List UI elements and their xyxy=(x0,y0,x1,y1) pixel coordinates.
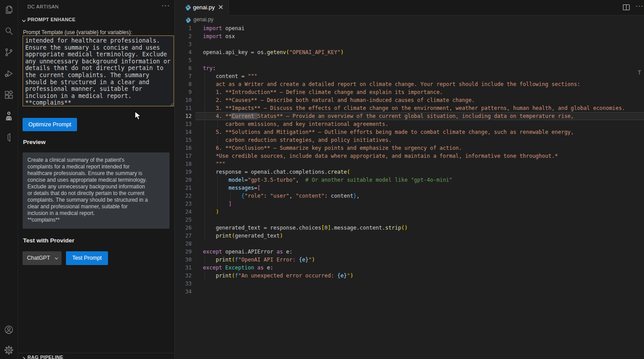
provider-select[interactable]: ChatGPT xyxy=(23,251,62,265)
code-line[interactable]: 15 carbon reduction strategies, and poli… xyxy=(175,136,644,144)
code-line[interactable]: 31except Exception as e: xyxy=(175,264,644,272)
code-line[interactable]: 14 5. **Solutions and Mitigation** – Out… xyxy=(175,128,644,136)
code-line[interactable]: 12 4. **Current Status** – Provide an ov… xyxy=(175,112,644,120)
more-actions-icon[interactable]: ··· xyxy=(636,2,644,9)
line-number[interactable]: 25 xyxy=(175,216,192,224)
close-icon[interactable]: × xyxy=(218,3,224,11)
settings-gear-icon[interactable] xyxy=(4,345,14,355)
code-line[interactable]: 16 6. **Conclusion** – Summarize key poi… xyxy=(175,144,644,152)
code-line[interactable]: 21 messages=[ xyxy=(175,184,644,192)
account-icon[interactable] xyxy=(4,324,14,335)
line-number[interactable]: 6 xyxy=(175,64,192,72)
line-number[interactable]: 18 xyxy=(175,160,192,168)
code-line[interactable]: 33 xyxy=(175,280,644,288)
line-number[interactable]: 20 xyxy=(175,176,192,184)
code-token: response = openai.chat.completions. xyxy=(203,169,328,175)
code-line[interactable]: 2import osx xyxy=(175,32,644,40)
code-token: act as a Writer and create a detailed re… xyxy=(203,81,581,87)
line-number[interactable]: 33 xyxy=(175,280,192,288)
sidebar-more-actions-icon[interactable]: ··· xyxy=(162,2,170,10)
split-editor-icon[interactable] xyxy=(623,4,630,12)
section-header-prompt-enhance[interactable]: PROMPT ENHANCE xyxy=(27,17,76,22)
code-line[interactable]: 4openai.api_key = os.getenv("OPENAI_API_… xyxy=(175,48,644,56)
code-line[interactable]: 22 {"role": "user", "content": content}, xyxy=(175,192,644,200)
line-number[interactable]: 30 xyxy=(175,256,192,264)
resize-handle-icon[interactable] xyxy=(169,101,174,105)
line-number[interactable]: 12 xyxy=(175,112,192,120)
line-number[interactable]: 31 xyxy=(175,264,192,272)
line-number[interactable]: 3 xyxy=(175,40,192,48)
code-line[interactable]: 19 response = openai.chat.completions.cr… xyxy=(175,168,644,176)
line-number[interactable]: 29 xyxy=(175,248,192,256)
line-number[interactable]: 13 xyxy=(175,120,192,128)
overflow-text: T xyxy=(638,70,641,76)
code-line[interactable]: 20 model="gpt-3.5-turbo", # Or another s… xyxy=(175,176,644,184)
code-editor[interactable]: 1import openai2import osx34openai.api_ke… xyxy=(175,24,644,296)
line-number[interactable]: 15 xyxy=(175,136,192,144)
code-line[interactable]: 29except openai.APIError as e: xyxy=(175,248,644,256)
code-token: openai.APIError xyxy=(222,249,277,255)
line-number[interactable]: 4 xyxy=(175,48,192,56)
line-number[interactable]: 28 xyxy=(175,240,192,248)
code-line[interactable]: 25 xyxy=(175,216,644,224)
prompt-library-icon[interactable] xyxy=(4,132,14,143)
code-line[interactable]: 3 xyxy=(175,40,644,48)
search-icon[interactable] xyxy=(4,26,14,36)
code-line[interactable]: 34 xyxy=(175,288,644,296)
line-number[interactable]: 32 xyxy=(175,272,192,280)
line-number[interactable]: 26 xyxy=(175,224,192,232)
line-number[interactable]: 24 xyxy=(175,208,192,216)
run-debug-icon[interactable] xyxy=(4,68,14,79)
optimize-prompt-button[interactable]: Optimize Prompt xyxy=(23,118,77,131)
line-number[interactable]: 19 xyxy=(175,168,192,176)
code-line[interactable]: 9 1. **Introduction** – Define climate c… xyxy=(175,88,644,96)
code-line[interactable]: 32 print(f"An unexpected error occurred:… xyxy=(175,272,644,280)
code-line[interactable]: 13 carbon emissions, and key internation… xyxy=(175,120,644,128)
test-prompt-button[interactable]: Test Prompt xyxy=(66,251,108,265)
code-line[interactable]: 30 print(f"OpenAI API Error: {e}") xyxy=(175,256,644,264)
line-number[interactable]: 1 xyxy=(175,24,192,32)
code-line[interactable]: 8 act as a Writer and create a detailed … xyxy=(175,80,644,88)
line-number[interactable]: 16 xyxy=(175,144,192,152)
code-line[interactable]: 11 3. **Impacts** – Discuss the effects … xyxy=(175,104,644,112)
code-line[interactable]: 7 content = """ xyxy=(175,72,644,80)
code-line[interactable]: 5 xyxy=(175,56,644,64)
line-number[interactable]: 7 xyxy=(175,72,192,80)
line-number[interactable]: 17 xyxy=(175,152,192,160)
code-line[interactable]: 1import openai xyxy=(175,24,644,32)
code-token: as xyxy=(277,249,283,255)
code-line[interactable]: 6try: xyxy=(175,64,644,72)
code-line[interactable]: 18 """ xyxy=(175,160,644,168)
code-line[interactable]: 27 print(generated_text) xyxy=(175,232,644,240)
line-number[interactable]: 9 xyxy=(175,88,192,96)
line-number[interactable]: 21 xyxy=(175,184,192,192)
code-token: try xyxy=(203,65,213,71)
line-number[interactable]: 8 xyxy=(175,80,192,88)
code-line[interactable]: 23 ] xyxy=(175,200,644,208)
tab-genai-py[interactable]: genai.py × xyxy=(175,0,229,16)
code-token: e: xyxy=(283,249,293,255)
line-number[interactable]: 14 xyxy=(175,128,192,136)
code-line[interactable]: 28 xyxy=(175,240,644,248)
artisan-icon[interactable] xyxy=(4,111,14,121)
section-header-rag-pipeline[interactable]: RAG PIPELINE xyxy=(18,353,174,359)
code-line[interactable]: 17 *Use credible sources, include data w… xyxy=(175,152,644,160)
source-control-icon[interactable] xyxy=(4,47,14,58)
line-number[interactable]: 27 xyxy=(175,232,192,240)
prompt-template-input[interactable]: intended for healthcare professionals. E… xyxy=(23,35,174,106)
line-number[interactable]: 22 xyxy=(175,192,192,200)
line-number[interactable]: 10 xyxy=(175,96,192,104)
code-token: e: xyxy=(264,265,274,271)
code-token: "user" xyxy=(270,193,289,199)
line-number[interactable]: 23 xyxy=(175,200,192,208)
line-number[interactable]: 11 xyxy=(175,104,192,112)
line-number[interactable]: 2 xyxy=(175,32,192,40)
code-line[interactable]: 26 generated_text = response.choices[0].… xyxy=(175,224,644,232)
files-icon[interactable] xyxy=(4,4,14,15)
line-number[interactable]: 34 xyxy=(175,288,192,296)
code-line[interactable]: 10 2. **Causes** – Describe both natural… xyxy=(175,96,644,104)
line-number[interactable]: 5 xyxy=(175,56,192,64)
extensions-icon[interactable] xyxy=(4,90,14,100)
code-line[interactable]: 24 ) xyxy=(175,208,644,216)
code-text: model="gpt-3.5-turbo", # Or another suit… xyxy=(203,176,453,184)
